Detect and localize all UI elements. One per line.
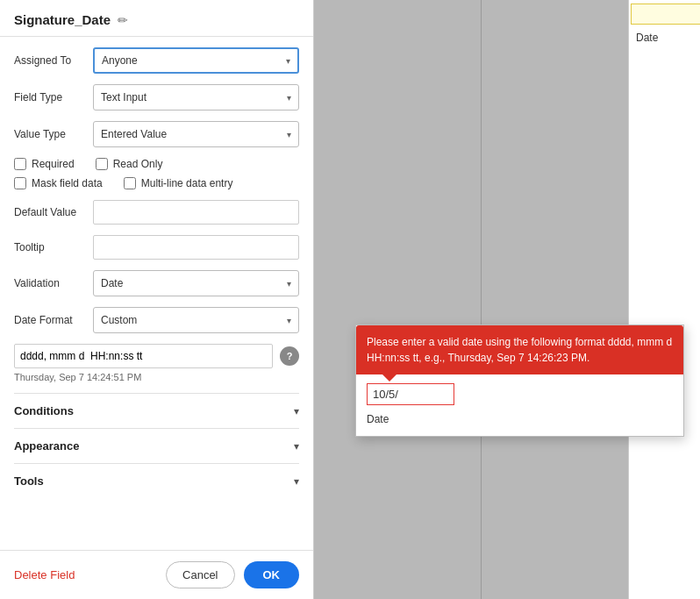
conditions-section[interactable]: Conditions ▾ bbox=[14, 393, 299, 428]
tooltip-date-input[interactable] bbox=[367, 383, 454, 405]
required-checkbox-item[interactable]: Required bbox=[14, 158, 75, 170]
format-help-button[interactable]: ? bbox=[280, 346, 299, 366]
tools-section[interactable]: Tools ▾ bbox=[14, 463, 299, 498]
ok-button[interactable]: OK bbox=[244, 561, 300, 588]
multiline-label: Multi-line data entry bbox=[141, 177, 233, 189]
document-preview: Date bbox=[628, 0, 700, 599]
date-format-select-wrapper[interactable]: Custom MM/DD/YYYY DD/MM/YYYY ▾ bbox=[93, 307, 299, 333]
field-type-select[interactable]: Text Input Date Checkbox bbox=[94, 85, 298, 110]
tooltip-error-banner: Please enter a valid date using the foll… bbox=[356, 325, 683, 374]
assigned-to-row: Assigned To Anyone User 1 User 2 ▾ bbox=[14, 47, 299, 74]
read-only-label: Read Only bbox=[113, 158, 163, 170]
panel-footer: Delete Field Cancel OK bbox=[0, 550, 313, 599]
assigned-to-select-wrapper[interactable]: Anyone User 1 User 2 ▾ bbox=[93, 47, 299, 74]
date-format-select[interactable]: Custom MM/DD/YYYY DD/MM/YYYY bbox=[94, 308, 298, 332]
multiline-checkbox-item[interactable]: Multi-line data entry bbox=[124, 177, 233, 189]
default-value-row: Default Value bbox=[14, 200, 299, 225]
date-field-preview bbox=[631, 4, 700, 25]
delete-field-button[interactable]: Delete Field bbox=[14, 568, 75, 581]
appearance-label: Appearance bbox=[14, 439, 79, 453]
edit-icon[interactable]: ✏ bbox=[118, 13, 128, 27]
validation-label: Validation bbox=[14, 277, 93, 289]
required-label: Required bbox=[32, 158, 75, 170]
assigned-to-label: Assigned To bbox=[14, 54, 93, 67]
tooltip-label: Tooltip bbox=[14, 241, 93, 253]
conditions-chevron: ▾ bbox=[294, 405, 299, 417]
assigned-to-select[interactable]: Anyone User 1 User 2 bbox=[95, 49, 297, 72]
field-type-row: Field Type Text Input Date Checkbox ▾ bbox=[14, 84, 299, 111]
field-type-label: Field Type bbox=[14, 91, 93, 103]
default-value-label: Default Value bbox=[14, 206, 93, 218]
value-type-label: Value Type bbox=[14, 128, 93, 140]
doc-date-label: Date bbox=[636, 32, 658, 44]
checkbox-group-2: Mask field data Multi-line data entry bbox=[14, 177, 299, 189]
date-format-label: Date Format bbox=[14, 314, 93, 326]
format-hint: Thursday, Sep 7 14:24:51 PM bbox=[14, 372, 299, 382]
appearance-chevron: ▾ bbox=[294, 440, 299, 453]
panel-body: Assigned To Anyone User 1 User 2 ▾ Field… bbox=[0, 37, 313, 550]
cancel-button[interactable]: Cancel bbox=[166, 561, 234, 588]
tooltip-row: Tooltip bbox=[14, 235, 299, 260]
validation-select-wrapper[interactable]: Date Number Email None ▾ bbox=[93, 270, 299, 296]
field-type-select-wrapper[interactable]: Text Input Date Checkbox ▾ bbox=[93, 84, 299, 111]
tooltip-body: Date bbox=[356, 374, 683, 436]
mask-label: Mask field data bbox=[32, 177, 103, 189]
tooltip-popup: Please enter a valid date using the foll… bbox=[355, 324, 684, 437]
value-type-select[interactable]: Entered Value Calculated Fixed bbox=[94, 122, 298, 146]
panel-title: Signature_Date bbox=[14, 12, 111, 27]
settings-panel: Signature_Date ✏ Assigned To Anyone User… bbox=[0, 0, 314, 599]
validation-select[interactable]: Date Number Email None bbox=[94, 271, 298, 296]
required-checkbox[interactable] bbox=[14, 158, 26, 170]
panel-header: Signature_Date ✏ bbox=[0, 0, 313, 37]
mask-checkbox[interactable] bbox=[14, 177, 26, 189]
canvas-area: Date bbox=[314, 0, 700, 599]
validation-row: Validation Date Number Email None ▾ bbox=[14, 270, 299, 296]
canvas-divider bbox=[481, 0, 482, 599]
multiline-checkbox[interactable] bbox=[124, 177, 136, 189]
mask-checkbox-item[interactable]: Mask field data bbox=[14, 177, 103, 189]
format-string-input[interactable] bbox=[14, 344, 273, 368]
read-only-checkbox-item[interactable]: Read Only bbox=[96, 158, 163, 170]
tooltip-input[interactable] bbox=[93, 235, 299, 260]
tools-label: Tools bbox=[14, 474, 44, 488]
checkbox-group-1: Required Read Only bbox=[14, 158, 299, 170]
read-only-checkbox[interactable] bbox=[96, 158, 108, 170]
appearance-section[interactable]: Appearance ▾ bbox=[14, 428, 299, 463]
tooltip-input-row bbox=[367, 383, 673, 405]
default-value-input[interactable] bbox=[93, 200, 299, 225]
value-type-row: Value Type Entered Value Calculated Fixe… bbox=[14, 121, 299, 147]
footer-buttons: Cancel OK bbox=[166, 561, 299, 588]
conditions-label: Conditions bbox=[14, 404, 74, 417]
tools-chevron: ▾ bbox=[294, 475, 299, 488]
tooltip-date-label: Date bbox=[367, 413, 389, 425]
tooltip-error-message: Please enter a valid date using the foll… bbox=[367, 336, 672, 364]
date-format-row: Date Format Custom MM/DD/YYYY DD/MM/YYYY… bbox=[14, 307, 299, 333]
format-string-row: ? bbox=[14, 344, 299, 368]
value-type-select-wrapper[interactable]: Entered Value Calculated Fixed ▾ bbox=[93, 121, 299, 147]
